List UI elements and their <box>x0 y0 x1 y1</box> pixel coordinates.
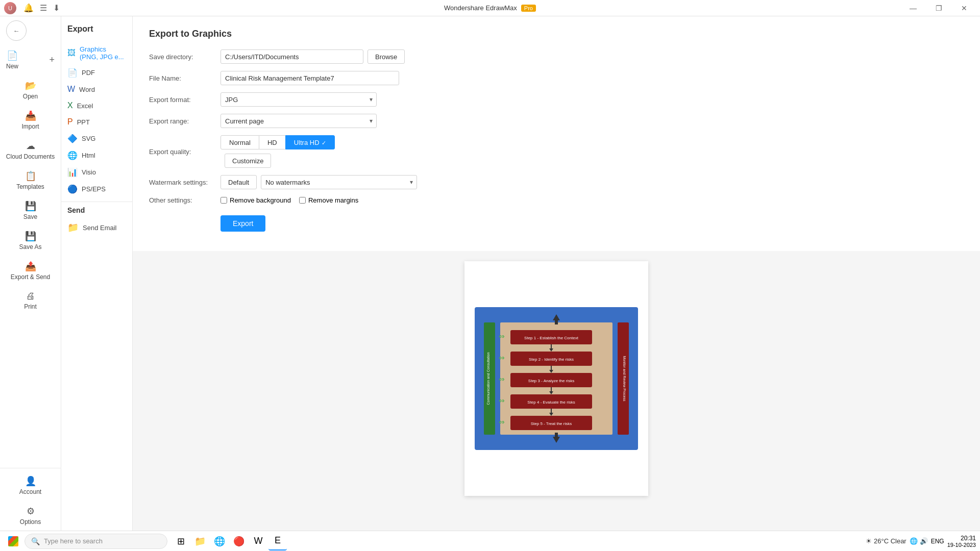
taskbar-edraw-button[interactable]: E <box>268 532 287 550</box>
remove-margins-label: Remove margins <box>308 196 358 204</box>
export-type-excel[interactable]: X Excel <box>61 97 132 114</box>
main-layout: ← 📄 New + 📂 Open 📥 Import ☁ Cloud Docume… <box>0 16 980 531</box>
save-directory-row: Save directory: Browse <box>149 49 964 64</box>
svg-text:Step 2 - Identify the risks: Step 2 - Identify the risks <box>529 357 574 362</box>
new-plus-icon[interactable]: + <box>49 55 55 65</box>
export-button[interactable]: Export <box>220 215 265 232</box>
ppt-icon: P <box>67 117 73 127</box>
speaker-icon: 🔊 <box>920 537 928 545</box>
pseps-label: PS/EPS <box>82 185 106 193</box>
restore-button[interactable]: ❐ <box>927 0 950 16</box>
sidebar-item-open[interactable]: 📂 Open <box>0 75 61 105</box>
avatar: U <box>4 2 16 14</box>
title-bar-center: Wondershare EdrawMax Pro <box>444 4 536 12</box>
svg-rect-8 <box>555 320 558 324</box>
open-icon: 📂 <box>25 80 36 91</box>
email-icon: 📁 <box>67 222 79 233</box>
taskbar-search-box[interactable]: 🔍 Type here to search <box>24 534 167 549</box>
word-icon: W <box>67 85 75 94</box>
svg-text:Step 5 - Treat the risks: Step 5 - Treat the risks <box>531 421 572 426</box>
taskbar-edge-button[interactable]: 🌐 <box>210 532 229 550</box>
import-label: Import <box>21 123 39 130</box>
export-type-pdf[interactable]: 📄 PDF <box>61 64 132 81</box>
file-name-input[interactable] <box>220 71 399 85</box>
export-type-word[interactable]: W Word <box>61 81 132 97</box>
taskbar-word-button[interactable]: W <box>249 532 267 550</box>
preview-area: Communication and Consultation Monitor a… <box>133 251 980 531</box>
remove-margins-item[interactable]: Remove margins <box>299 196 358 204</box>
sidebar-item-options[interactable]: ⚙ Options <box>0 500 61 531</box>
saveas-icon: 💾 <box>25 231 36 242</box>
new-label: New <box>6 63 18 70</box>
sidebar-item-cloud[interactable]: ☁ Cloud Documents <box>0 135 61 165</box>
export-type-pseps[interactable]: 🔵 PS/EPS <box>61 181 132 197</box>
notification-icon[interactable]: 🔔 <box>23 3 34 13</box>
send-email-item[interactable]: 📁 Send Email <box>67 218 126 237</box>
export-label: Export & Send <box>11 273 50 281</box>
ppt-label: PPT <box>77 118 90 126</box>
sidebar-item-print[interactable]: 🖨 Print <box>0 286 61 315</box>
taskbar-search-icon: 🔍 <box>31 537 40 545</box>
ps-icon: 🔵 <box>67 184 78 194</box>
svg-text:⇔: ⇔ <box>499 375 505 383</box>
sidebar-item-templates[interactable]: 📋 Templates <box>0 165 61 195</box>
close-button[interactable]: ✕ <box>952 0 976 16</box>
download-icon[interactable]: ⬇ <box>53 3 60 13</box>
send-email-label: Send Email <box>83 224 116 232</box>
export-icon: 📤 <box>25 261 36 272</box>
quality-normal-button[interactable]: Normal <box>220 135 259 149</box>
export-type-svg[interactable]: 🔷 SVG <box>61 130 132 147</box>
export-type-graphics[interactable]: 🖼 Graphics (PNG, JPG e... <box>61 42 132 64</box>
back-button[interactable]: ← <box>6 20 27 41</box>
watermark-label: Watermark settings: <box>149 179 220 186</box>
minimize-button[interactable]: — <box>901 0 925 16</box>
new-icon: 📄 <box>7 50 18 61</box>
taskbar-view-button[interactable]: ⊞ <box>172 532 190 550</box>
export-format-select[interactable]: JPG PNG BMP TIFF GIF <box>220 92 377 107</box>
quality-hd-button[interactable]: HD <box>259 135 285 149</box>
browse-button[interactable]: Browse <box>368 49 405 64</box>
watermark-select[interactable]: No watermarks Custom watermark <box>261 175 417 189</box>
save-directory-input[interactable] <box>220 49 363 64</box>
export-range-select-wrapper: Current page All pages Selected objects <box>220 114 377 128</box>
watermark-default-button[interactable]: Default <box>220 175 257 189</box>
menu-icon[interactable]: ☰ <box>40 3 47 13</box>
cloud-icon: ☁ <box>26 140 35 152</box>
remove-background-item[interactable]: Remove background <box>220 196 291 204</box>
options-icon: ⚙ <box>27 506 35 517</box>
export-type-ppt[interactable]: P PPT <box>61 114 132 130</box>
sidebar-item-new[interactable]: 📄 New + <box>0 45 61 75</box>
pdf-label: PDF <box>82 69 95 77</box>
sidebar-item-account[interactable]: 👤 Account <box>0 470 61 500</box>
remove-margins-checkbox[interactable] <box>299 197 306 204</box>
export-page-title: Export to Graphics <box>149 29 964 39</box>
quality-buttons-group: Normal HD Ultra HD <box>220 135 335 149</box>
visio-icon: 📊 <box>67 167 78 177</box>
save-directory-control: Browse <box>220 49 405 64</box>
sidebar-item-import[interactable]: 📥 Import <box>0 105 61 135</box>
file-name-control <box>220 71 399 85</box>
export-format-control: JPG PNG BMP TIFF GIF <box>220 92 377 107</box>
svg-text:⇔: ⇔ <box>499 354 505 362</box>
customize-button[interactable]: Customize <box>225 154 271 168</box>
taskbar-chrome-button[interactable]: 🔴 <box>230 532 248 550</box>
export-type-html[interactable]: 🌐 Html <box>61 147 132 164</box>
taskbar-clock: 20:31 19-10-2023 <box>947 535 976 548</box>
other-settings-row: Other settings: Remove background Remove… <box>149 196 964 204</box>
svg-rect-10 <box>555 433 558 437</box>
other-settings-control: Remove background Remove margins <box>220 196 358 204</box>
account-label: Account <box>19 488 41 495</box>
save-directory-label: Save directory: <box>149 53 220 61</box>
taskbar-time: 20:31 <box>947 535 976 542</box>
sidebar-item-save[interactable]: 💾 Save <box>0 195 61 226</box>
remove-background-checkbox[interactable] <box>220 197 227 204</box>
sidebar-item-export[interactable]: 📤 Export & Send <box>0 256 61 286</box>
taskbar-start-button[interactable] <box>4 532 22 550</box>
export-range-select[interactable]: Current page All pages Selected objects <box>220 114 377 128</box>
saveas-label: Save As <box>19 243 41 251</box>
svg-text:Step 1 - Establish the Context: Step 1 - Establish the Context <box>524 336 579 340</box>
sidebar-item-saveas[interactable]: 💾 Save As <box>0 226 61 256</box>
taskbar-explorer-button[interactable]: 📁 <box>191 532 209 550</box>
export-type-visio[interactable]: 📊 Visio <box>61 164 132 181</box>
quality-ultrahd-button[interactable]: Ultra HD <box>285 135 335 149</box>
